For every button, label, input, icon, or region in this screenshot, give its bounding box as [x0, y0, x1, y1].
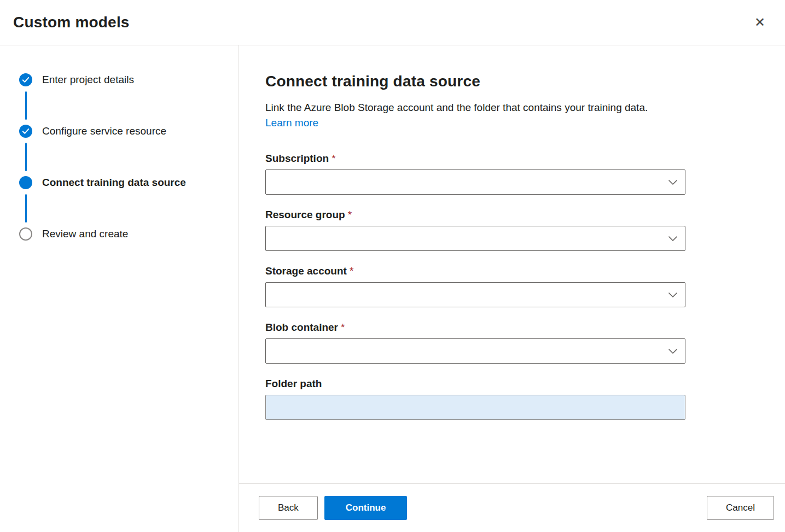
field-label: Resource group* — [265, 209, 685, 221]
step-connect-training-data-source[interactable]: Connect training data source — [19, 176, 228, 189]
storage-account-label: Storage account — [265, 265, 347, 277]
description-text: Link the Azure Blob Storage account and … — [265, 102, 648, 113]
chevron-down-icon — [668, 349, 677, 354]
step-completed-check-icon — [19, 73, 32, 86]
wizard-stepper: Enter project details Configure service … — [0, 45, 239, 532]
chevron-down-icon — [668, 293, 677, 297]
step-enter-project-details[interactable]: Enter project details — [19, 73, 228, 86]
required-indicator: * — [350, 265, 353, 277]
folder-path-input[interactable] — [265, 395, 685, 420]
blob-container-label: Blob container — [265, 321, 338, 333]
folder-path-field: Folder path — [265, 378, 685, 420]
data-source-form: Subscription* Resource group* — [265, 153, 685, 420]
field-label: Folder path — [265, 378, 685, 390]
step-connector — [25, 194, 27, 223]
dialog-body: Enter project details Configure service … — [0, 45, 785, 532]
close-icon[interactable]: ✕ — [751, 13, 769, 32]
chevron-down-icon — [668, 236, 677, 241]
step-label: Configure service resource — [42, 125, 166, 137]
main-panel: Connect training data source Link the Az… — [239, 45, 785, 532]
step-label: Review and create — [42, 228, 128, 240]
dialog-title: Custom models — [13, 14, 130, 31]
blob-container-field: Blob container* — [265, 321, 685, 364]
subscription-field: Subscription* — [265, 153, 685, 195]
learn-more-link[interactable]: Learn more — [265, 117, 318, 128]
dialog-header: Custom models ✕ — [0, 0, 785, 45]
field-label: Storage account* — [265, 265, 685, 277]
dialog-footer: Back Continue Cancel — [239, 483, 785, 532]
resource-group-field: Resource group* — [265, 209, 685, 251]
field-label: Subscription* — [265, 153, 685, 165]
resource-group-dropdown[interactable] — [265, 226, 685, 251]
storage-account-field: Storage account* — [265, 265, 685, 307]
subscription-label: Subscription — [265, 153, 329, 164]
field-label: Blob container* — [265, 321, 685, 334]
storage-account-dropdown[interactable] — [265, 282, 685, 307]
main-content: Connect training data source Link the Az… — [239, 45, 785, 483]
required-indicator: * — [332, 153, 335, 164]
page-description: Link the Azure Blob Storage account and … — [265, 100, 670, 131]
step-label: Enter project details — [42, 74, 134, 86]
step-connector — [25, 143, 27, 171]
step-review-and-create[interactable]: Review and create — [19, 227, 228, 241]
step-label: Connect training data source — [42, 177, 186, 189]
step-connector — [25, 91, 27, 120]
continue-button[interactable]: Continue — [324, 496, 408, 520]
step-current-dot-icon — [19, 176, 32, 189]
cancel-button[interactable]: Cancel — [707, 496, 774, 520]
resource-group-label: Resource group — [265, 209, 345, 220]
folder-path-label: Folder path — [265, 378, 322, 389]
required-indicator: * — [348, 209, 352, 220]
subscription-dropdown[interactable] — [265, 169, 685, 195]
step-upcoming-circle-icon — [19, 227, 32, 241]
step-completed-check-icon — [19, 125, 32, 138]
step-configure-service-resource[interactable]: Configure service resource — [19, 125, 228, 138]
chevron-down-icon — [668, 180, 677, 185]
blob-container-dropdown[interactable] — [265, 338, 685, 364]
page-title: Connect training data source — [265, 73, 759, 90]
back-button[interactable]: Back — [259, 496, 318, 520]
required-indicator: * — [341, 321, 345, 333]
